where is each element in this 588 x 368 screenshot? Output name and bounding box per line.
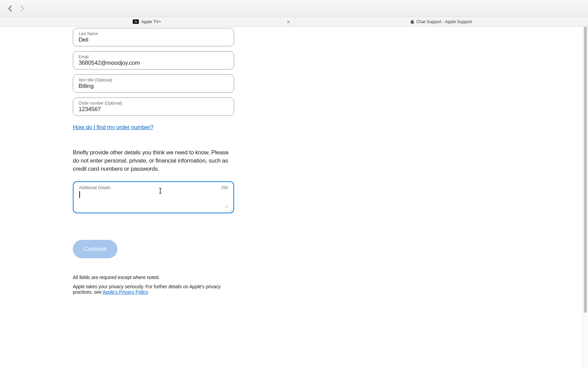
browser-toolbar	[0, 0, 588, 17]
close-tab-button[interactable]	[287, 20, 291, 24]
field-label: Email	[79, 55, 228, 59]
tab-bar: tv Apple TV+ Chat Support - Apple Suppo…	[0, 17, 588, 27]
email-field[interactable]: Email	[73, 51, 234, 70]
required-fields-note: All fields are required except where not…	[73, 275, 234, 280]
privacy-notice: Apple takes your privacy seriously. For …	[73, 284, 234, 295]
order-number-field[interactable]: Order number (Optional)	[73, 97, 234, 116]
page-content: Last Name Email Item title (Optional) Or…	[0, 27, 588, 368]
order-number-input[interactable]	[79, 106, 228, 113]
support-form: Last Name Email Item title (Optional) Or…	[0, 28, 234, 315]
field-label: Last Name	[79, 31, 228, 36]
last-name-input[interactable]	[79, 36, 228, 43]
chevron-right-icon	[20, 5, 24, 12]
item-title-field[interactable]: Item title (Optional)	[73, 74, 234, 93]
additional-details-textarea[interactable]	[79, 191, 228, 208]
char-count: 250	[221, 185, 228, 190]
svg-line-2	[230, 209, 232, 212]
tab-apple-tv-plus[interactable]: tv Apple TV+	[0, 17, 294, 26]
item-title-input[interactable]	[79, 83, 228, 90]
additional-details-field[interactable]: Additional Details 250	[73, 181, 234, 213]
apple-tv-plus-icon: tv	[133, 19, 139, 24]
text-caret	[79, 191, 80, 198]
tab-chat-support[interactable]: Chat Support - Apple Support	[294, 17, 588, 26]
find-order-number-link[interactable]: How do I find my order number?	[73, 124, 153, 131]
continue-button[interactable]: Continue	[73, 240, 117, 258]
apple-logo-icon	[410, 19, 414, 24]
chevron-left-icon	[8, 5, 12, 12]
textarea-header: Additional Details 250	[79, 185, 228, 190]
scrollbar-thumb[interactable]	[584, 27, 587, 313]
svg-line-3	[231, 210, 232, 212]
privacy-policy-link[interactable]: Apple's Privacy Policy	[102, 289, 147, 295]
resize-handle-icon	[229, 208, 232, 212]
last-name-field[interactable]: Last Name	[73, 28, 234, 46]
field-label: Order number (Optional)	[79, 101, 228, 106]
vertical-scrollbar[interactable]	[583, 27, 588, 368]
forward-button[interactable]	[19, 5, 25, 12]
email-input[interactable]	[79, 60, 228, 66]
field-label: Item title (Optional)	[79, 78, 228, 82]
field-label: Additional Details	[79, 185, 111, 190]
back-button[interactable]	[7, 5, 13, 12]
privacy-suffix: .	[148, 289, 149, 295]
tab-title: Apple TV+	[141, 19, 161, 24]
close-icon	[287, 20, 290, 23]
tab-title: Chat Support - Apple Support	[416, 19, 472, 24]
additional-details-instructions: Briefly provide other details you think …	[73, 149, 234, 173]
